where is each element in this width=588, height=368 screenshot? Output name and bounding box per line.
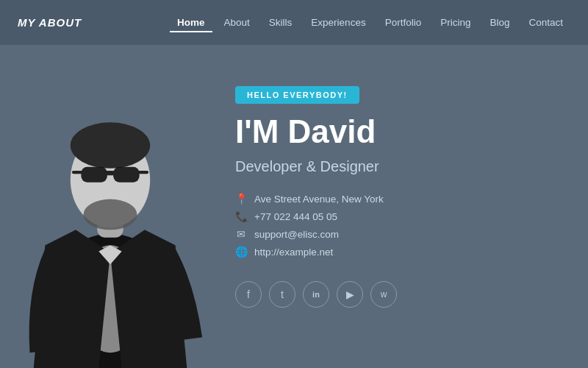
phone-icon: 📞 — [235, 210, 247, 222]
svg-rect-9 — [138, 171, 149, 174]
globe-icon: 🌐 — [235, 246, 247, 258]
hero-name: I'M David — [235, 114, 559, 149]
email-icon: ✉ — [235, 228, 247, 240]
address-text: Ave Street Avenue, New York — [254, 194, 384, 205]
main-nav: Home About Skills Experiences Portfolio … — [170, 13, 570, 32]
nav-item-blog[interactable]: Blog — [482, 13, 517, 32]
hero-section: HELLO EVERYBODY! I'M David Developer & D… — [0, 46, 588, 368]
person-silhouette — [0, 46, 220, 368]
location-icon: 📍 — [235, 193, 247, 205]
email-text: support@elisc.com — [254, 229, 339, 240]
phone-item: 📞 +77 022 444 05 05 — [235, 210, 559, 222]
nav-item-home[interactable]: Home — [170, 13, 212, 32]
hero-title: Developer & Designer — [235, 158, 559, 175]
svg-rect-8 — [72, 171, 83, 174]
header: MY ABOUT Home About Skills Experiences P… — [0, 0, 588, 46]
svg-point-4 — [71, 122, 150, 169]
hero-content: HELLO EVERYBODY! I'M David Developer & D… — [220, 46, 588, 330]
hello-badge: HELLO EVERYBODY! — [235, 86, 359, 104]
facebook-button[interactable]: f — [235, 281, 262, 308]
svg-rect-7 — [106, 171, 115, 175]
svg-rect-6 — [113, 167, 139, 183]
logo: MY ABOUT — [18, 16, 82, 29]
info-list: 📍 Ave Street Avenue, New York 📞 +77 022 … — [235, 193, 559, 258]
social-row: f t in ▶ w — [235, 281, 559, 308]
nav-item-portfolio[interactable]: Portfolio — [378, 13, 429, 32]
nav-item-experiences[interactable]: Experiences — [304, 13, 373, 32]
nav-item-pricing[interactable]: Pricing — [433, 13, 478, 32]
svg-rect-5 — [81, 167, 107, 183]
whatsapp-button[interactable]: w — [370, 281, 397, 308]
address-item: 📍 Ave Street Avenue, New York — [235, 193, 559, 205]
nav-item-about[interactable]: About — [217, 13, 257, 32]
nav-item-skills[interactable]: Skills — [262, 13, 300, 32]
svg-point-10 — [84, 199, 137, 230]
email-item: ✉ support@elisc.com — [235, 228, 559, 240]
linkedin-button[interactable]: in — [303, 281, 329, 308]
website-text: http://example.net — [254, 247, 333, 258]
phone-text: +77 022 444 05 05 — [254, 211, 337, 222]
nav-item-contact[interactable]: Contact — [521, 13, 570, 32]
twitter-button[interactable]: t — [269, 281, 295, 308]
person-image-area — [0, 46, 220, 368]
youtube-button[interactable]: ▶ — [337, 281, 363, 308]
website-item: 🌐 http://example.net — [235, 246, 559, 258]
